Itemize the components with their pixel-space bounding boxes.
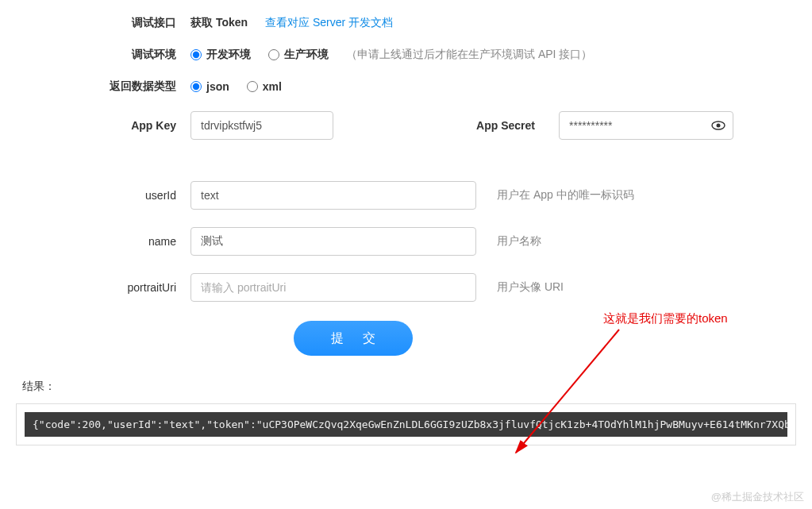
- name-label: name: [0, 235, 190, 248]
- env-prod-radio-input[interactable]: [268, 49, 279, 60]
- return-type-label: 返回数据类型: [0, 79, 190, 94]
- env-hint: （申请上线通过后才能在生产环境调试 API 接口）: [346, 48, 592, 62]
- debug-env-label: 调试环境: [0, 48, 190, 62]
- type-xml-radio-input[interactable]: [247, 81, 258, 92]
- appkey-input[interactable]: [190, 111, 333, 140]
- userid-label: userId: [0, 189, 190, 202]
- portrait-hint: 用户头像 URI: [497, 280, 564, 295]
- result-json: {"code":200,"userId":"text","token":"uCP…: [25, 412, 787, 437]
- env-dev-radio-input[interactable]: [190, 49, 202, 60]
- env-prod-radio-label: 生产环境: [284, 48, 329, 62]
- env-dev-radio-label: 开发环境: [206, 48, 251, 62]
- type-xml-radio[interactable]: xml: [247, 80, 282, 93]
- type-json-radio-label: json: [206, 80, 229, 93]
- appkey-label: App Key: [0, 119, 190, 132]
- svg-point-1: [717, 124, 721, 128]
- portrait-label: portraitUri: [0, 281, 190, 294]
- name-input[interactable]: [190, 227, 476, 256]
- result-box: {"code":200,"userId":"text","token":"uCP…: [16, 403, 796, 445]
- server-doc-link[interactable]: 查看对应 Server 开发文档: [265, 16, 393, 30]
- annotation-text: 这就是我们需要的token: [603, 311, 728, 326]
- appsecret-input[interactable]: [559, 111, 733, 140]
- eye-icon[interactable]: [711, 121, 725, 130]
- type-xml-radio-label: xml: [263, 80, 282, 93]
- type-json-radio[interactable]: json: [190, 80, 229, 93]
- interface-name: 获取 Token: [190, 16, 248, 30]
- watermark: @稀土掘金技术社区: [711, 490, 804, 504]
- env-prod-radio[interactable]: 生产环境: [268, 48, 329, 62]
- submit-button[interactable]: 提 交: [294, 321, 413, 356]
- userid-input[interactable]: [190, 181, 476, 210]
- name-hint: 用户名称: [497, 234, 541, 249]
- portrait-input[interactable]: [190, 273, 476, 302]
- appsecret-label: App Secret: [343, 119, 549, 132]
- env-dev-radio[interactable]: 开发环境: [190, 48, 251, 62]
- result-label: 结果：: [22, 380, 812, 394]
- type-json-radio-input[interactable]: [190, 81, 202, 92]
- debug-interface-label: 调试接口: [0, 16, 190, 30]
- userid-hint: 用户在 App 中的唯一标识码: [497, 188, 634, 202]
